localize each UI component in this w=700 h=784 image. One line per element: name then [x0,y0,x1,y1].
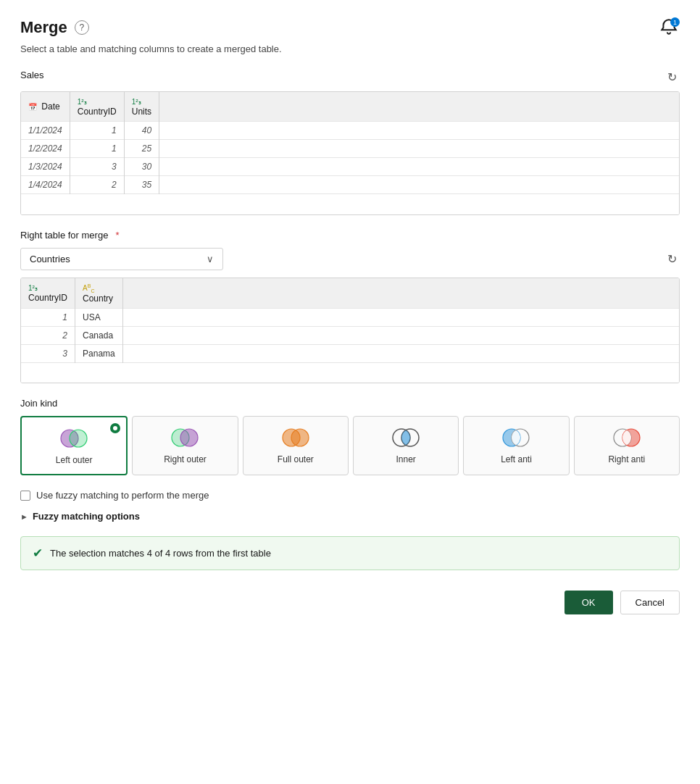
required-star: * [115,230,119,241]
col-countryid-left[interactable]: 1²₃ CountryID [70,92,124,122]
notification-badge: 1 [670,17,680,27]
join-card-right-anti[interactable]: Right anti [574,416,680,475]
number-type-icon-3: 1²₃ [28,284,38,292]
dropdown-value: Countries [30,254,70,264]
right-table-dropdown-row: Countries ∨ ↻ [20,248,680,270]
countries-table-container: 1²₃ CountryID ABC Country 1 USA 2 Canada [20,278,680,384]
join-card-left-outer[interactable]: Left outer [20,416,128,475]
fuzzy-checkbox-row: Use fuzzy matching to perform the merge [20,490,680,501]
selected-indicator [110,423,120,433]
inner-label: Inner [396,454,415,464]
join-card-right-outer[interactable]: Right outer [132,416,238,475]
table-row: 1/1/2024 1 40 [21,122,679,140]
fuzzy-options-row[interactable]: ► Fuzzy matching options [20,511,680,522]
right-table-label-row: Right table for merge * [20,230,680,241]
col-units[interactable]: 1²₃ Units [124,92,159,122]
fuzzy-checkbox[interactable] [20,491,30,501]
footer-buttons: OK Cancel [20,591,680,614]
full-outer-label: Full outer [278,454,314,464]
success-message: ✔ The selection matches 4 of 4 rows from… [20,536,680,570]
table-row: 1 USA [21,308,679,326]
success-text: The selection matches 4 of 4 rows from t… [50,548,271,559]
sales-refresh-button[interactable]: ↻ [664,67,680,87]
page-header: Merge ? 1 [20,17,680,38]
fuzzy-label: Use fuzzy matching to perform the merge [36,490,209,501]
left-outer-label: Left outer [56,455,93,465]
table-row: 1/4/2024 2 35 [21,176,679,194]
cancel-button[interactable]: Cancel [620,591,680,614]
number-type-icon-1: 1²₃ [78,98,87,106]
left-outer-icon [58,428,90,449]
title-row: Merge ? [20,18,89,37]
table-row: 2 Canada [21,326,679,344]
col-empty-1 [159,92,679,122]
join-card-full-outer[interactable]: Full outer [243,416,349,475]
subtitle: Select a table and matching columns to c… [20,43,680,54]
join-card-inner[interactable]: Inner [353,416,459,475]
sales-label: Sales [20,70,44,80]
join-kind-label: Join kind [20,398,680,409]
fuzzy-options-label: Fuzzy matching options [33,511,140,522]
sales-table-container: 📅 Date 1²₃ CountryID 1²₃ Units 1/1/2024 … [20,91,680,215]
col-date[interactable]: 📅 Date [21,92,70,122]
full-outer-icon [280,427,312,449]
table-spacer-2 [21,362,679,383]
svg-point-1 [70,430,87,447]
number-type-icon-2: 1²₃ [132,98,141,106]
chevron-down-icon: ∨ [207,254,214,264]
table-row: 3 Panama [21,344,679,362]
right-table-refresh-button[interactable]: ↻ [664,249,680,269]
right-anti-label: Right anti [608,454,645,464]
ok-button[interactable]: OK [564,591,613,614]
left-anti-label: Left anti [501,454,532,464]
right-table-dropdown[interactable]: Countries ∨ [20,248,223,270]
svg-point-5 [291,429,309,446]
page-title: Merge [20,18,67,37]
abc-type-icon: ABC [83,284,94,292]
right-anti-icon [611,427,643,449]
col-empty-2 [122,278,679,309]
countries-table: 1²₃ CountryID ABC Country 1 USA 2 Canada [21,278,679,383]
inner-icon [390,427,422,449]
col-countryid-right[interactable]: 1²₃ CountryID [21,278,75,309]
success-check-icon: ✔ [33,546,43,561]
col-country[interactable]: ABC Country [75,278,123,309]
help-icon[interactable]: ? [75,20,89,35]
date-type-icon: 📅 [28,103,37,111]
right-outer-icon [169,427,201,449]
svg-point-3 [180,429,198,446]
chevron-right-icon: ► [20,512,28,521]
table-row: 1/3/2024 3 30 [21,158,679,176]
table-spacer [21,194,679,214]
right-table-label: Right table for merge [20,230,108,241]
sales-section-header: Sales ↻ [20,67,680,87]
notification-icon[interactable]: 1 [659,17,680,38]
table-row: 1/2/2024 1 25 [21,140,679,158]
join-card-left-anti[interactable]: Left anti [463,416,569,475]
sales-table: 📅 Date 1²₃ CountryID 1²₃ Units 1/1/2024 … [21,92,679,214]
join-options: Left outer Right outer Full outer [20,416,680,475]
left-anti-icon [500,427,532,449]
right-outer-label: Right outer [164,454,207,464]
